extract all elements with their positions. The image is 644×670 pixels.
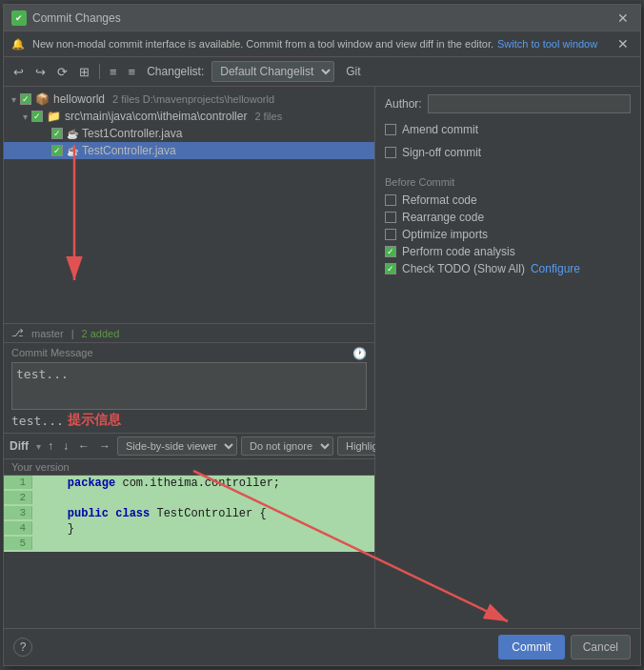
analysis-row: ✓ Perform code analysis: [385, 245, 631, 258]
reformat-checkbox[interactable]: [385, 194, 396, 206]
todo-checkbox[interactable]: ✓: [385, 263, 396, 274]
code-content-3: public class TestController {: [32, 506, 374, 521]
help-button[interactable]: ?: [13, 638, 32, 657]
toolbar: ↩ ↪ ⟳ ⊞ ≡ ≡ Changelist: Default Changeli…: [4, 57, 640, 87]
tree-item-helloworld[interactable]: ▾ ✓ 📦 helloworld 2 files D:\mavenproject…: [4, 91, 374, 108]
author-input[interactable]: [428, 94, 631, 113]
separator: [99, 64, 100, 79]
tree-item-test1controller[interactable]: ✓ ☕ Test1Controller.java: [4, 125, 374, 142]
close-button[interactable]: ✕: [614, 10, 633, 26]
todo-label: Check TODO (Show All): [402, 262, 525, 275]
checkbox-helloworld[interactable]: ✓: [20, 93, 31, 105]
ignore-dropdown[interactable]: Do not ignore: [241, 437, 333, 456]
java-icon-test1: ☕: [67, 129, 78, 139]
cancel-button[interactable]: Cancel: [571, 635, 631, 660]
action-buttons: Commit Cancel: [498, 635, 631, 660]
undo-button[interactable]: ↩: [10, 63, 28, 81]
signoff-checkbox[interactable]: [385, 147, 396, 158]
title-icon: ✔: [11, 10, 27, 26]
info-icon: 🔔: [11, 38, 25, 51]
commit-message-label: Commit Message: [11, 347, 93, 358]
amend-checkbox[interactable]: [385, 124, 396, 135]
code-line-4: 4 }: [4, 521, 374, 537]
signoff-label: Sign-off commit: [402, 146, 481, 159]
author-label: Author:: [385, 97, 422, 111]
info-message: New non-modal commit interface is availa…: [32, 38, 493, 50]
line-num-2: 2: [4, 491, 32, 504]
file-tree: ▾ ✓ 📦 helloworld 2 files D:\mavenproject…: [4, 87, 374, 323]
branch-icon: ⎇: [11, 327, 24, 339]
empty-diff-area: [4, 552, 374, 628]
configure-link[interactable]: Configure: [531, 262, 580, 275]
optimize-checkbox[interactable]: [385, 229, 396, 240]
amend-label: Amend commit: [402, 123, 478, 136]
before-commit-section: Before Commit Reformat code Rearrange co…: [385, 176, 631, 279]
code-line-2: 2: [4, 491, 374, 506]
java-icon-test: ☕: [67, 146, 78, 156]
changelist-dropdown[interactable]: Default Changelist: [211, 61, 334, 82]
group-button[interactable]: ⊞: [75, 63, 93, 81]
added-badge: 2 added: [81, 328, 119, 339]
code-content-4: }: [32, 521, 374, 537]
diff-up-button[interactable]: ↑: [45, 438, 56, 454]
analysis-label: Perform code analysis: [402, 245, 515, 258]
dialog-title: Commit Changes: [32, 11, 121, 25]
code-content-5: [32, 537, 374, 552]
code-content-2: [32, 491, 374, 506]
tree-item-testcontroller[interactable]: ✓ ☕ TestController.java: [4, 142, 374, 159]
commit-section: Commit Message 🕐 test... 提示信息: [4, 342, 374, 433]
tree-info-helloworld: 2 files D:\mavenprojects\helloworld: [112, 93, 274, 105]
author-row: Author:: [385, 94, 631, 113]
branch-name: master: [31, 328, 64, 339]
line-num-3: 3: [4, 506, 32, 519]
right-panel: Author: Amend commit Sign-off commit Bef…: [375, 87, 640, 628]
code-line-3: 3 public class TestController {: [4, 506, 374, 521]
rearrange-row: Rearrange code: [385, 211, 631, 224]
tree-label-helloworld: helloworld: [53, 92, 105, 106]
checkbox-testcontroller[interactable]: ✓: [51, 145, 63, 156]
commit-message-value: test...: [11, 414, 64, 428]
move-selected-button[interactable]: ≡: [125, 63, 140, 81]
viewer-dropdown[interactable]: Side-by-side viewer: [117, 437, 237, 456]
expand-icon-src: ▾: [23, 112, 28, 122]
expand-icon: ▾: [11, 94, 16, 105]
checkbox-test1controller[interactable]: ✓: [51, 128, 63, 139]
left-panel: ▾ ✓ 📦 helloworld 2 files D:\mavenproject…: [4, 87, 375, 628]
diff-section: Diff ▾ ↑ ↓ ← → Side-by-side viewer Do no…: [4, 433, 374, 628]
line-num-4: 4: [4, 521, 32, 535]
refresh-button[interactable]: ⟳: [53, 63, 71, 81]
code-line-1: 1 package com.itheima.controller;: [4, 476, 374, 491]
reformat-row: Reformat code: [385, 193, 631, 207]
checkbox-src[interactable]: ✓: [31, 111, 43, 122]
title-bar: ✔ Commit Changes ✕: [4, 5, 640, 31]
changelist-label: Changelist:: [147, 65, 204, 78]
code-area: 1 package com.itheima.controller; 2 3 pu…: [4, 476, 374, 552]
main-content: ▾ ✓ 📦 helloworld 2 files D:\mavenproject…: [4, 87, 640, 628]
diff-right-button[interactable]: →: [96, 438, 113, 454]
analysis-checkbox[interactable]: ✓: [385, 246, 396, 257]
optimize-label: Optimize imports: [402, 228, 488, 241]
git-label: Git: [346, 65, 360, 78]
rearrange-label: Rearrange code: [402, 211, 484, 224]
todo-row: ✓ Check TODO (Show All) Configure: [385, 262, 631, 275]
rearrange-checkbox[interactable]: [385, 212, 396, 223]
diff-header: Diff ▾ ↑ ↓ ← → Side-by-side viewer Do no…: [4, 434, 374, 459]
tree-label-src: src\main\java\com\itheima\controller: [65, 110, 247, 123]
info-bar-close[interactable]: ✕: [614, 36, 633, 51]
diff-down-button[interactable]: ↓: [60, 438, 71, 454]
move-all-button[interactable]: ≡: [106, 63, 121, 81]
diff-collapse-icon: ▾: [36, 441, 41, 452]
commit-button[interactable]: Commit: [498, 635, 564, 660]
diff-left-button[interactable]: ←: [75, 438, 92, 454]
line-num-1: 1: [4, 476, 32, 489]
switch-to-tool-window-link[interactable]: Switch to tool window: [497, 38, 597, 50]
tree-info-src: 2 files: [254, 111, 282, 122]
info-bar: 🔔 New non-modal commit interface is avai…: [4, 31, 640, 57]
commit-hint-text: 提示信息: [68, 412, 121, 429]
commit-message-input[interactable]: [11, 362, 367, 410]
redo-button[interactable]: ↪: [31, 63, 50, 81]
tree-item-src[interactable]: ▾ ✓ 📁 src\main\java\com\itheima\controll…: [4, 108, 374, 125]
bottom-bar: ? Commit Cancel: [4, 628, 640, 665]
tree-label-testcontroller: TestController.java: [82, 144, 176, 157]
code-content-1: package com.itheima.controller;: [32, 476, 374, 491]
